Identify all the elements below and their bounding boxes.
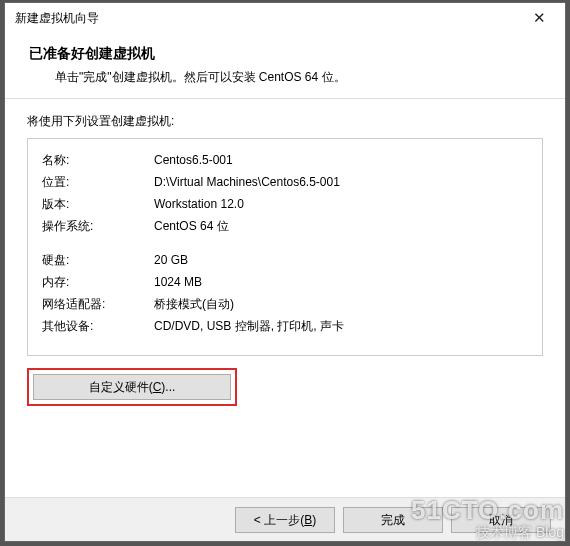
summary-row: 其他设备:CD/DVD, USB 控制器, 打印机, 声卡 <box>42 315 528 337</box>
cancel-button[interactable]: 取消 <box>451 507 551 533</box>
summary-value: Centos6.5-001 <box>154 149 528 171</box>
summary-value: 1024 MB <box>154 271 528 293</box>
summary-key: 位置: <box>42 171 154 193</box>
back-button[interactable]: < 上一步(B) <box>235 507 335 533</box>
wizard-body: 将使用下列设置创建虚拟机: 名称:Centos6.5-001 位置:D:\Vir… <box>5 99 565 497</box>
customize-hardware-button[interactable]: 自定义硬件(C)... <box>33 374 231 400</box>
summary-key: 硬盘: <box>42 249 154 271</box>
summary-row: 硬盘:20 GB <box>42 249 528 271</box>
window-title: 新建虚拟机向导 <box>15 10 517 27</box>
summary-value: CentOS 64 位 <box>154 215 528 237</box>
summary-row: 内存:1024 MB <box>42 271 528 293</box>
settings-intro: 将使用下列设置创建虚拟机: <box>27 113 543 130</box>
finish-button[interactable]: 完成 <box>343 507 443 533</box>
summary-key: 其他设备: <box>42 315 154 337</box>
summary-key: 网络适配器: <box>42 293 154 315</box>
settings-summary-box: 名称:Centos6.5-001 位置:D:\Virtual Machines\… <box>27 138 543 356</box>
new-vm-wizard-dialog: 新建虚拟机向导 ✕ 已准备好创建虚拟机 单击"完成"创建虚拟机。然后可以安装 C… <box>4 2 566 542</box>
close-button[interactable]: ✕ <box>517 4 561 32</box>
summary-row: 网络适配器:桥接模式(自动) <box>42 293 528 315</box>
summary-row: 操作系统:CentOS 64 位 <box>42 215 528 237</box>
summary-key: 操作系统: <box>42 215 154 237</box>
titlebar: 新建虚拟机向导 ✕ <box>5 3 565 33</box>
summary-key: 内存: <box>42 271 154 293</box>
summary-value: D:\Virtual Machines\Centos6.5-001 <box>154 171 528 193</box>
summary-row: 版本:Workstation 12.0 <box>42 193 528 215</box>
summary-key: 版本: <box>42 193 154 215</box>
wizard-subheading: 单击"完成"创建虚拟机。然后可以安装 CentOS 64 位。 <box>29 69 565 86</box>
wizard-header: 已准备好创建虚拟机 单击"完成"创建虚拟机。然后可以安装 CentOS 64 位… <box>5 33 565 99</box>
summary-row: 位置:D:\Virtual Machines\Centos6.5-001 <box>42 171 528 193</box>
wizard-heading: 已准备好创建虚拟机 <box>29 45 565 63</box>
summary-value: 桥接模式(自动) <box>154 293 528 315</box>
summary-key: 名称: <box>42 149 154 171</box>
summary-value: Workstation 12.0 <box>154 193 528 215</box>
wizard-footer: < 上一步(B) 完成 取消 <box>5 497 565 541</box>
summary-value: 20 GB <box>154 249 528 271</box>
summary-value: CD/DVD, USB 控制器, 打印机, 声卡 <box>154 315 528 337</box>
close-icon: ✕ <box>533 9 546 27</box>
customize-hardware-highlight: 自定义硬件(C)... <box>27 368 237 406</box>
summary-row: 名称:Centos6.5-001 <box>42 149 528 171</box>
